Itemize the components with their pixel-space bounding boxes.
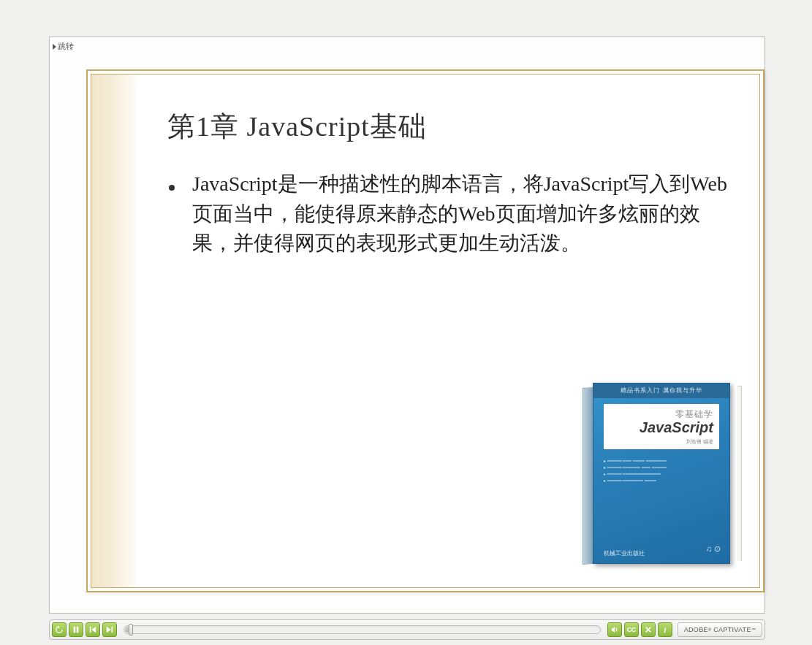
cc-button[interactable]: CC [624, 622, 639, 637]
adobe-captivate-badge[interactable]: ADOBE® CAPTIVATE™ [678, 622, 762, 637]
slide-frame: 第1章 JavaScript基础 JavaScript是一种描述性的脚本语言，将… [86, 69, 764, 592]
slide-left-decoration [91, 75, 135, 587]
badge-tm: ™ [751, 627, 756, 632]
book-spine [583, 387, 593, 565]
book-logo-icon: ♫ ⊙ [705, 544, 721, 557]
skip-forward-icon [106, 626, 113, 633]
skip-link[interactable]: 跳转 [53, 41, 74, 52]
pause-icon [72, 626, 80, 633]
book-pages-edge [737, 386, 742, 561]
slide-body: JavaScript是一种描述性的脚本语言，将JavaScript写入到Web页… [167, 169, 730, 259]
book-author: 刘智勇 编著 [610, 438, 713, 446]
book-blurb: ▸ ━━━━━ ━━━ ━━━━ ━━━━━━━ ▸ ━━━━━ ━━━━━━ … [604, 458, 719, 484]
pause-button[interactable] [69, 622, 83, 637]
book-publisher: 机械工业出版社 [604, 549, 645, 557]
close-button[interactable] [641, 622, 656, 637]
next-button[interactable] [102, 622, 117, 637]
rewind-button[interactable] [52, 622, 67, 637]
book-banner: 精品书系入门 属你我与升华 [593, 383, 729, 398]
progress-bar[interactable] [124, 625, 601, 634]
book-front: 精品书系入门 属你我与升华 零基础学 JavaScript 刘智勇 编著 ▸ ━… [593, 383, 730, 564]
close-icon [645, 626, 652, 633]
rewind-icon [56, 626, 63, 633]
svg-rect-0 [74, 627, 76, 633]
info-button[interactable]: i [658, 622, 672, 637]
badge-prefix: ADOBE [684, 626, 708, 633]
slide-border-outer: 第1章 JavaScript基础 JavaScript是一种描述性的脚本语言，将… [86, 69, 764, 592]
progress-thumb[interactable] [129, 624, 133, 636]
slide-title: 第1章 JavaScript基础 [167, 108, 427, 145]
svg-rect-2 [90, 627, 91, 633]
skip-back-icon [89, 626, 96, 633]
bullet-icon [167, 169, 192, 259]
svg-rect-3 [112, 627, 113, 633]
play-triangle-icon [53, 44, 56, 50]
book-cover: 精品书系入门 属你我与升华 零基础学 JavaScript 刘智勇 编著 ▸ ━… [593, 383, 737, 567]
slide-border-inner: 第1章 JavaScript基础 JavaScript是一种描述性的脚本语言，将… [91, 74, 760, 588]
info-icon: i [664, 625, 666, 634]
skip-label: 跳转 [58, 41, 74, 52]
playbar: CC i ADOBE® CAPTIVATE™ [49, 619, 765, 640]
speaker-icon [611, 626, 618, 633]
audio-button[interactable] [607, 622, 622, 637]
book-title: JavaScript [610, 419, 713, 436]
prev-button[interactable] [86, 622, 100, 637]
svg-rect-1 [77, 627, 79, 633]
slide-bullet-text: JavaScript是一种描述性的脚本语言，将JavaScript写入到Web页… [192, 169, 730, 259]
book-title-card: 零基础学 JavaScript 刘智勇 编著 [604, 404, 719, 449]
cc-icon: CC [627, 626, 636, 633]
badge-reg: ® [708, 627, 712, 632]
badge-suffix: CAPTIVATE [713, 626, 751, 633]
